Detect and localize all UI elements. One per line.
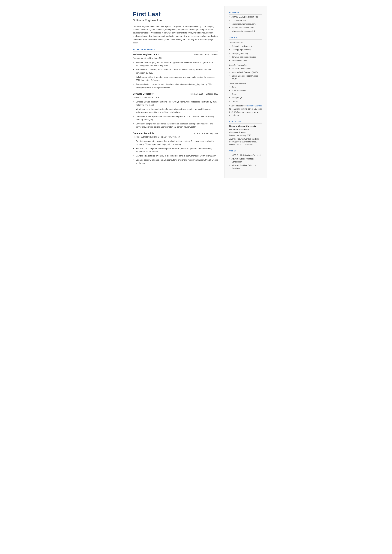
job-title-row-3: Computer Technician June 2018 – January … (133, 132, 218, 135)
skill-debugging: Debugging (Advanced) (229, 45, 262, 48)
skill-coding: Coding (Experienced) (229, 48, 262, 51)
skill-software-dev: Software Development (229, 67, 262, 70)
other-section: OTHER AWS Certified Solutions Architect.… (229, 150, 262, 170)
bullet-3-3: Maintained a detailed inventory of all c… (133, 154, 218, 157)
job-dates-2: February 2019 – October 2020 (190, 92, 218, 96)
bullet-1-4: Partnered with 11 supervisors to develop… (133, 83, 218, 89)
edu-awards: Awards: Resume Worded Teaching Fellow (o… (229, 138, 262, 146)
skill-dotnet: .NET Framework (229, 89, 262, 92)
job-title-3: Computer Technician (133, 132, 155, 135)
job-title-1: Software Engineer Intern (133, 53, 159, 56)
job-dates-1: November 2020 – Present (194, 53, 218, 56)
job-block-3: Computer Technician June 2018 – January … (133, 132, 218, 165)
work-experience-header: WORK EXPERIENCE (133, 48, 218, 52)
skill-design-testing: Software design and testing (229, 56, 262, 59)
job-title-2: Software Developer (133, 92, 154, 96)
candidate-summary: Software engineer intern with over 3 yea… (133, 25, 218, 44)
bullet-2-1: Devised 14 web applications using PHP/My… (133, 100, 218, 107)
job-company-2: Growthsi, San Francisco, CA (133, 96, 218, 99)
job-block-2: Software Developer February 2019 – Octob… (133, 92, 218, 129)
work-experience-section: WORK EXPERIENCE Software Engineer Intern… (133, 48, 218, 165)
skill-xml: XML (229, 86, 262, 89)
bullet-3-4: Updated security patches on 1.5K compute… (133, 158, 218, 165)
left-column: First Last Software Engineer Intern Soft… (125, 6, 224, 178)
industry-skills-list: Software Development Amazon Web Services… (229, 67, 262, 80)
right-column: CONTACT Atlanta, GA (Open to Remote) +1-… (224, 6, 267, 178)
candidate-title: Software Engineer Intern (133, 18, 218, 23)
job-dates-3: June 2018 – January 2019 (194, 132, 218, 135)
edu-degree: Bachelor of Science (229, 128, 262, 131)
bullet-2-4: Developed scripts that automated tasks s… (133, 122, 218, 129)
tools-skills-list: XML .NET Framework jQuery PostgreSQL Lar… (229, 86, 262, 103)
bullet-1-3: Collaborated with a 5-member team to rel… (133, 76, 218, 82)
skills-promo: • Don't forget to use Resume Worded to s… (229, 104, 262, 117)
edu-school: Resume Worded University (229, 125, 262, 128)
skill-postgresql: PostgreSQL (229, 96, 262, 99)
contact-header: CONTACT (229, 11, 262, 14)
other-microsoft: Microsoft Certified Solutions Developer. (229, 164, 262, 170)
job-company-1: Resume Worded, New York, NY (133, 56, 218, 60)
job-bullets-1: Assisted in developing a CRM software up… (133, 61, 218, 89)
other-azure: Azure Solutions Architect Certification. (229, 157, 262, 163)
education-header: EDUCATION (229, 120, 262, 124)
resume-worded-link[interactable]: Resume Worded (247, 105, 262, 107)
job-title-row-1: Software Engineer Intern November 2020 –… (133, 53, 218, 56)
skill-web-programming: Web programming (229, 52, 262, 55)
bullet-2-3: Conceived a new system that tracked and … (133, 115, 218, 121)
contact-linkedin: linkedin.com/in/username (229, 26, 262, 29)
resume-page: First Last Software Engineer Intern Soft… (125, 0, 267, 184)
tools-skills-label: Tools and Software: (229, 82, 262, 85)
other-header: OTHER (229, 150, 262, 153)
edu-block: Resume Worded University Bachelor of Sci… (229, 125, 262, 146)
skills-header: SKILLS (229, 36, 262, 40)
contact-list: Atlanta, GA (Open to Remote) +1-234-456-… (229, 15, 262, 33)
job-company-3: Resume Worded's Exciting Company, New Yo… (133, 135, 218, 139)
industry-skills-label: Industry Knowledge: (229, 64, 262, 67)
technical-skills-list: Debugging (Advanced) Coding (Experienced… (229, 45, 262, 62)
contact-location: Atlanta, GA (Open to Remote) (229, 15, 262, 19)
skill-aws: Amazon Web Services (AWS) (229, 71, 262, 74)
candidate-name: First Last (133, 11, 218, 18)
job-bullets-3: Created an automated system that tracked… (133, 140, 218, 165)
bullet-1-1: Assisted in developing a CRM software up… (133, 61, 218, 67)
bullet-3-1: Created an automated system that tracked… (133, 140, 218, 146)
contact-section: CONTACT Atlanta, GA (Open to Remote) +1-… (229, 11, 262, 33)
other-aws: AWS Certified Solutions Architect. (229, 154, 262, 157)
skills-section: SKILLS Technical Skills: Debugging (Adva… (229, 36, 262, 117)
skill-web-dev: Web development (229, 59, 262, 62)
contact-email: email@resumeworded.com (229, 23, 262, 26)
other-list: AWS Certified Solutions Architect. Azure… (229, 154, 262, 170)
education-section: EDUCATION Resume Worded University Bache… (229, 120, 262, 146)
contact-phone: +1-234-456-789 (229, 19, 262, 22)
job-block-1: Software Engineer Intern November 2020 –… (133, 53, 218, 89)
bullet-2-2: Introduced an automated system for deplo… (133, 108, 218, 114)
job-title-row-2: Software Developer February 2019 – Octob… (133, 92, 218, 96)
skill-laravel: Laravel (229, 100, 262, 103)
contact-github: github.com/resumeworded (229, 30, 262, 33)
technical-skills-label: Technical Skills: (229, 41, 262, 44)
skill-oop: Object-Oriented Programming (OOP) (229, 75, 262, 81)
job-bullets-2: Devised 14 web applications using PHP/My… (133, 100, 218, 129)
bullet-3-2: Installed and configured new computer ha… (133, 147, 218, 153)
edu-location: Boston, MA — May 2018 (229, 134, 262, 137)
bullet-1-2: Streamlined 17 existing applications for… (133, 68, 218, 74)
skill-jquery: jQuery (229, 93, 262, 96)
edu-field: Computer Science (229, 131, 262, 134)
